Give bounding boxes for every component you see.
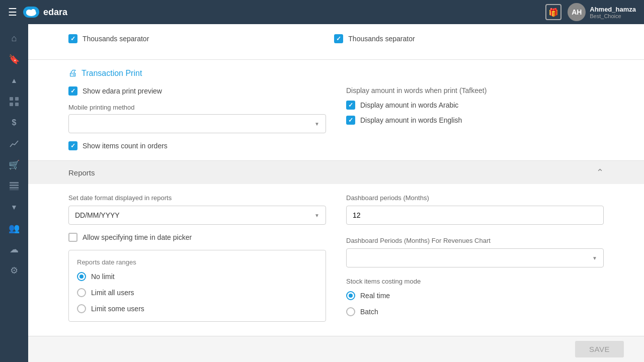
show-edara-preview-checkbox[interactable] xyxy=(68,86,77,96)
allow-time-item[interactable]: Allow specifying time in date picker xyxy=(68,233,326,242)
realtime-radio[interactable] xyxy=(346,291,355,300)
sidebar-nav: ⌂ 🔖 ▲ $ 🛒 ▼ 👥 ☁ xyxy=(0,24,28,362)
display-amount-title: Display amount in words when print (Tafk… xyxy=(346,86,604,95)
show-edara-preview-item[interactable]: Show edara print preview xyxy=(68,86,326,96)
date-format-label: Set date format displayed in reports xyxy=(68,194,326,202)
avatar: AH xyxy=(568,3,586,21)
reports-collapse-icon[interactable]: ⌃ xyxy=(596,167,604,178)
svg-rect-8 xyxy=(10,185,19,186)
reports-section-header[interactable]: Reports ⌃ xyxy=(28,161,644,184)
dashboard-revenues-dropdown[interactable]: ▼ xyxy=(346,248,604,267)
display-english-checkbox[interactable] xyxy=(346,116,355,125)
svg-rect-4 xyxy=(15,97,19,101)
nav-chevron-up-icon[interactable]: ▲ xyxy=(4,70,24,90)
nav-bookmark-icon[interactable]: 🔖 xyxy=(4,49,24,69)
show-items-count-checkbox[interactable] xyxy=(68,141,77,150)
content-inner: Thousands separator Thousands separator … xyxy=(28,24,644,362)
batch-label: Batch xyxy=(360,308,378,316)
transaction-print-title: Transaction Print xyxy=(82,69,142,78)
save-button[interactable]: SAVE xyxy=(575,341,624,357)
thousands-separator-right-checkbox[interactable] xyxy=(334,34,343,43)
reports-body: Set date format displayed in reports DD/… xyxy=(28,184,644,335)
limit-some-users-label: Limit some users xyxy=(91,305,144,313)
limit-all-users-radio-item[interactable]: Limit all users xyxy=(77,288,317,297)
batch-radio[interactable] xyxy=(346,307,355,316)
display-arabic-label: Display amount in words Arabic xyxy=(360,101,458,109)
mobile-printing-method-label: Mobile printing method xyxy=(68,104,326,111)
user-info: Ahmed_hamza Best_Choice xyxy=(590,6,636,19)
gift-icon[interactable]: 🎁 xyxy=(545,4,561,20)
nav-home-icon[interactable]: ⌂ xyxy=(4,28,24,48)
svg-point-2 xyxy=(31,9,36,14)
svg-rect-6 xyxy=(15,103,19,106)
app-name: edara xyxy=(43,7,67,18)
menu-hamburger-icon[interactable]: ☰ xyxy=(8,6,17,18)
svg-rect-9 xyxy=(10,187,19,189)
display-arabic-item[interactable]: Display amount in words Arabic xyxy=(346,101,604,110)
thousands-separator-left[interactable]: Thousands separator xyxy=(68,34,149,43)
show-edara-preview-label: Show edara print preview xyxy=(83,87,162,95)
topbar: ☰ edara 🎁 AH Ahmed_hamza Best_Choice xyxy=(0,0,644,24)
content-area: Thousands separator Thousands separator … xyxy=(28,24,644,362)
date-format-dropdown[interactable]: DD/MM/YYYY ▼ xyxy=(68,206,326,225)
no-limit-radio[interactable] xyxy=(77,272,86,281)
show-items-count-label: Show items count in orders xyxy=(83,142,168,150)
dashboard-periods-input[interactable]: 12 xyxy=(346,206,604,225)
reports-columns: Set date format displayed in reports DD/… xyxy=(68,194,604,323)
company-name: Best_Choice xyxy=(590,13,636,19)
mobile-printing-method-dropdown[interactable]: ▼ xyxy=(68,114,326,133)
thousands-separator-left-checkbox[interactable] xyxy=(68,34,77,43)
footer-bar: SAVE xyxy=(28,336,644,362)
allow-time-label: Allow specifying time in date picker xyxy=(83,233,192,241)
reports-right-col: Dashboard periods (Months) 12 Dashboard … xyxy=(346,194,604,323)
transaction-print-columns: Show edara print preview Mobile printing… xyxy=(68,86,604,150)
transaction-print-right-col: Display amount in words when print (Tafk… xyxy=(346,86,604,150)
svg-rect-10 xyxy=(10,190,19,190)
user-profile[interactable]: AH Ahmed_hamza Best_Choice xyxy=(568,3,636,21)
nav-chevron-down-icon[interactable]: ▼ xyxy=(4,197,24,217)
app-logo: edara xyxy=(23,7,67,18)
date-ranges-title: Reports date ranges xyxy=(77,258,317,266)
realtime-radio-item[interactable]: Real time xyxy=(346,291,604,300)
reports-left-col: Set date format displayed in reports DD/… xyxy=(68,194,326,323)
username: Ahmed_hamza xyxy=(590,6,636,13)
nav-cart-icon[interactable]: 🛒 xyxy=(4,155,24,175)
date-format-value: DD/MM/YYYY xyxy=(75,211,120,219)
no-limit-radio-item[interactable]: No limit xyxy=(77,272,317,281)
main-wrapper: ⌂ 🔖 ▲ $ 🛒 ▼ 👥 ☁ xyxy=(0,0,644,362)
thousands-separator-right[interactable]: Thousands separator xyxy=(334,34,415,43)
stock-costing-label: Stock items costing mode xyxy=(346,278,604,285)
thousands-separator-right-label: Thousands separator xyxy=(348,35,415,43)
print-icon: 🖨 xyxy=(68,68,77,78)
nav-grid-icon[interactable] xyxy=(4,92,24,112)
date-format-arrow-icon: ▼ xyxy=(314,213,319,218)
svg-rect-5 xyxy=(10,103,13,106)
nav-cloud-icon[interactable]: ☁ xyxy=(4,239,24,259)
nav-chart-icon[interactable] xyxy=(4,134,24,154)
reports-section-title: Reports xyxy=(68,168,95,177)
nav-table-icon[interactable] xyxy=(4,176,24,196)
thousands-separator-section: Thousands separator Thousands separator xyxy=(28,24,644,60)
date-ranges-box: Reports date ranges No limit Limit all u… xyxy=(68,250,326,322)
nav-dollar-icon[interactable]: $ xyxy=(4,113,24,133)
allow-time-checkbox[interactable] xyxy=(68,233,77,242)
dropdown-arrow-icon: ▼ xyxy=(314,121,319,127)
batch-radio-item[interactable]: Batch xyxy=(346,307,604,316)
limit-some-users-radio-item[interactable]: Limit some users xyxy=(77,304,317,313)
limit-some-users-radio[interactable] xyxy=(77,304,86,313)
cloud-logo-icon xyxy=(23,7,39,18)
mobile-printing-method-field: Mobile printing method ▼ xyxy=(68,104,326,133)
thousands-separator-left-label: Thousands separator xyxy=(83,35,149,43)
display-arabic-checkbox[interactable] xyxy=(346,101,355,110)
transaction-print-left-col: Show edara print preview Mobile printing… xyxy=(68,86,326,150)
no-limit-label: No limit xyxy=(91,273,115,281)
display-english-item[interactable]: Display amount in words English xyxy=(346,116,604,125)
nav-users-icon[interactable]: 👥 xyxy=(4,218,24,238)
limit-all-users-radio[interactable] xyxy=(77,288,86,297)
thousands-separator-row: Thousands separator Thousands separator xyxy=(68,34,604,43)
nav-settings-icon[interactable]: ⚙ xyxy=(4,260,24,281)
transaction-print-title-row: 🖨 Transaction Print xyxy=(68,68,604,78)
dashboard-revenues-arrow-icon: ▼ xyxy=(592,255,597,261)
show-items-count-item[interactable]: Show items count in orders xyxy=(68,141,326,150)
topbar-right: 🎁 AH Ahmed_hamza Best_Choice xyxy=(545,3,636,21)
